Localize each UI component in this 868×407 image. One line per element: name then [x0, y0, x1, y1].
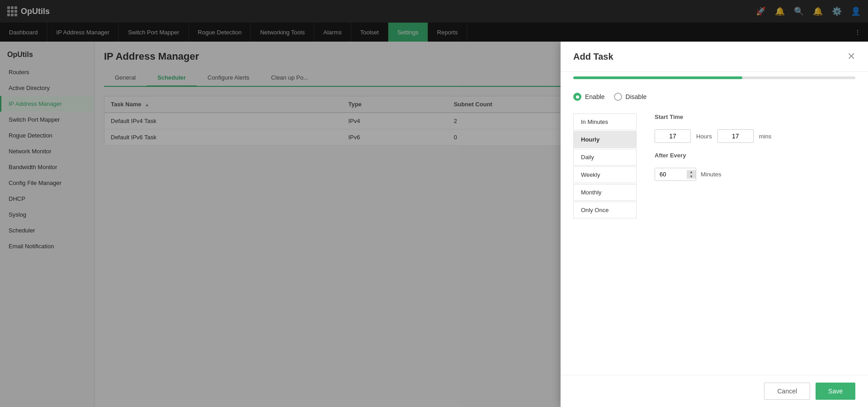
freq-start-wrapper: In Minutes Hourly Daily Weekly Monthly O… [573, 114, 855, 219]
start-time-header: Start Time [655, 114, 771, 120]
toggle-row: Enable Disable [573, 93, 855, 101]
modal-footer: Cancel Save [561, 375, 868, 407]
after-every-header: After Every [655, 152, 771, 159]
progress-bar-fill [573, 76, 742, 79]
cancel-button[interactable]: Cancel [764, 383, 810, 400]
disable-radio-circle [614, 93, 622, 101]
save-button[interactable]: Save [816, 383, 855, 400]
start-time-row: Hours mins [655, 129, 771, 143]
minutes-unit-label: Minutes [701, 171, 722, 178]
after-every-row: ▲ ▼ Minutes [655, 168, 771, 181]
freq-in-minutes[interactable]: In Minutes [573, 114, 637, 130]
freq-daily[interactable]: Daily [573, 149, 637, 166]
add-task-modal: Add Task ✕ Enable Disable In Minutes Hou… [561, 42, 868, 407]
enable-label: Enable [585, 93, 605, 100]
freq-weekly[interactable]: Weekly [573, 166, 637, 183]
hours-input[interactable] [655, 129, 691, 143]
freq-only-once[interactable]: Only Once [573, 202, 637, 218]
enable-radio[interactable]: Enable [573, 93, 605, 101]
modal-body: Enable Disable In Minutes Hourly Daily W… [561, 84, 868, 375]
select-arrows[interactable]: ▲ ▼ [687, 170, 696, 179]
disable-label: Disable [626, 93, 647, 100]
mins-label: mins [759, 133, 771, 140]
freq-hourly[interactable]: Hourly [573, 131, 637, 148]
disable-radio[interactable]: Disable [614, 93, 647, 101]
progress-area [561, 72, 868, 84]
modal-title: Add Task [573, 52, 613, 62]
start-time-section: Start Time Hours mins After Every ▲ ▼ [655, 114, 771, 219]
arrow-down-icon[interactable]: ▼ [689, 175, 693, 179]
enable-radio-circle [573, 93, 581, 101]
close-icon[interactable]: ✕ [847, 51, 855, 62]
after-every-input[interactable] [655, 168, 687, 180]
modal-header: Add Task ✕ [561, 42, 868, 72]
hours-label: Hours [696, 133, 712, 140]
frequency-list: In Minutes Hourly Daily Weekly Monthly O… [573, 114, 637, 219]
after-every-select-wrapper: ▲ ▼ [655, 168, 696, 181]
mins-input[interactable] [717, 129, 754, 143]
arrow-up-icon[interactable]: ▲ [689, 170, 693, 175]
progress-bar-bg [573, 76, 855, 79]
freq-monthly[interactable]: Monthly [573, 184, 637, 201]
